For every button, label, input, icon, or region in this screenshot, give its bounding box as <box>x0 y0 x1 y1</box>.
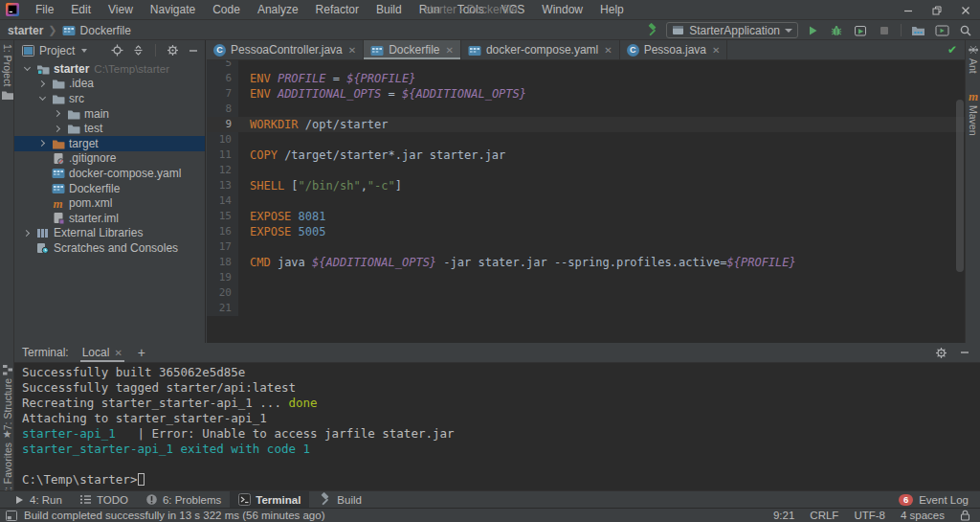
chevron-down-icon[interactable] <box>35 97 50 100</box>
file-encoding[interactable]: UTF-8 <box>854 510 885 521</box>
line-number[interactable]: 21 <box>207 301 238 316</box>
line-number[interactable]: 20 <box>207 285 238 301</box>
line-number[interactable]: 11 <box>207 148 238 163</box>
menu-navigate[interactable]: Navigate <box>142 0 204 19</box>
project-structure-button[interactable] <box>908 21 927 39</box>
line-number[interactable]: 12 <box>207 163 238 178</box>
lock-icon[interactable] <box>960 510 970 521</box>
close-icon[interactable]: ✕ <box>712 45 720 56</box>
hide-panel-icon[interactable] <box>188 45 199 57</box>
project-panel-title[interactable]: Project <box>39 44 75 57</box>
line-ending[interactable]: CRLF <box>810 510 838 521</box>
code-line-10[interactable]: 10 <box>207 132 965 148</box>
code-line-9[interactable]: 9WORKDIR /opt/starter <box>207 117 965 132</box>
inspection-ok-icon[interactable]: ✔ <box>947 43 957 57</box>
code-line-text[interactable]: COPY /target/starter*.jar starter.jar <box>238 148 965 163</box>
search-everywhere-button[interactable] <box>956 21 975 39</box>
menu-edit[interactable]: Edit <box>62 0 100 19</box>
code-line-20[interactable]: 20 <box>207 285 965 301</box>
close-icon[interactable]: ✕ <box>114 348 122 358</box>
minimize-button[interactable] <box>894 0 923 20</box>
code-line-text[interactable]: EXPOSE 5005 <box>238 224 965 239</box>
line-number[interactable]: 7 <box>207 86 238 102</box>
tool-button-ant[interactable]: Ant <box>966 44 980 74</box>
code-line-12[interactable]: 12 <box>207 163 965 178</box>
terminal-prompt[interactable]: C:\Temp\starter> <box>22 472 980 488</box>
code-line-15[interactable]: 15EXPOSE 8081 <box>207 209 965 224</box>
menu-file[interactable]: File <box>27 0 62 19</box>
line-number[interactable]: 16 <box>207 224 238 239</box>
tree-item-main[interactable]: main <box>14 106 205 122</box>
chevron-right-icon[interactable] <box>20 231 34 236</box>
tree-item-pom-xml[interactable]: mpom.xml <box>14 195 205 211</box>
close-button[interactable] <box>951 0 980 20</box>
tree-item-external-libraries[interactable]: External Libraries <box>14 226 205 241</box>
tree-item-dockerfile[interactable]: Dockerfile <box>14 181 205 196</box>
menu-build[interactable]: Build <box>368 0 411 19</box>
code-line-6[interactable]: 6ENV PROFILE = ${PROFILE} <box>207 71 965 86</box>
collapse-all-icon[interactable] <box>132 44 145 57</box>
code-line-text[interactable]: ENV PROFILE = ${PROFILE} <box>238 71 965 86</box>
code-line-11[interactable]: 11COPY /target/starter*.jar starter.jar <box>207 148 965 163</box>
line-number[interactable]: 14 <box>207 193 238 209</box>
code-line-16[interactable]: 16EXPOSE 5005 <box>207 224 965 239</box>
run-anything-button[interactable] <box>932 21 951 39</box>
menu-help[interactable]: Help <box>591 0 633 19</box>
code-line-text[interactable] <box>238 102 965 117</box>
line-number[interactable]: 8 <box>207 102 238 117</box>
caret-position[interactable]: 9:21 <box>773 510 794 521</box>
code-line-8[interactable]: 8 <box>207 102 965 117</box>
tree-item-scratches-and-consoles[interactable]: Scratches and Consoles <box>14 240 205 256</box>
tab-pessoacontroller-java[interactable]: CPessoaController.java✕ <box>207 40 364 59</box>
line-number[interactable]: 15 <box>207 209 238 224</box>
tree-item-starter[interactable]: starterC:\Temp\starter <box>14 61 205 77</box>
run-configuration-select[interactable]: StarterApplication <box>666 22 798 38</box>
line-number[interactable]: 6 <box>207 71 238 86</box>
menu-code[interactable]: Code <box>204 0 249 19</box>
code-line-text[interactable] <box>238 132 965 148</box>
code-line-text[interactable] <box>238 193 965 209</box>
menu-analyze[interactable]: Analyze <box>249 0 307 19</box>
code-line-14[interactable]: 14 <box>207 193 965 209</box>
code-line-13[interactable]: 13SHELL ["/bin/sh","-c"] <box>207 178 965 193</box>
tool-window-button-terminal[interactable]: Terminal <box>230 491 309 508</box>
gear-icon[interactable] <box>935 347 947 359</box>
line-number[interactable]: 19 <box>207 270 238 285</box>
close-icon[interactable]: ✕ <box>604 45 612 56</box>
code-line-text[interactable]: CMD java ${ADDITIONAL_OPTS} -jar stater.… <box>238 255 965 270</box>
tab-pessoa-java[interactable]: CPessoa.java✕ <box>620 40 728 59</box>
code-line-text[interactable]: WORKDIR /opt/starter <box>238 117 965 132</box>
new-session-button[interactable]: + <box>138 345 145 360</box>
indent-setting[interactable]: 4 spaces <box>901 510 945 521</box>
editor-scrollbar[interactable] <box>956 100 964 272</box>
tool-window-button-todo[interactable]: TODO <box>71 491 137 508</box>
code-line-text[interactable] <box>238 270 965 285</box>
stop-button[interactable] <box>875 21 894 39</box>
line-number[interactable]: 5 <box>207 60 238 71</box>
code-line-text[interactable] <box>238 239 965 255</box>
tool-button-structure[interactable]: 7: Structure <box>0 364 14 430</box>
terminal-console[interactable]: Successfully built 365062e5d85eSuccessfu… <box>14 363 980 488</box>
tool-window-button-build[interactable]: Build <box>309 491 370 508</box>
restore-button[interactable] <box>923 0 951 20</box>
locate-file-icon[interactable] <box>111 44 123 57</box>
tool-window-button-4-run[interactable]: 4: Run <box>5 491 71 508</box>
chevron-right-icon[interactable] <box>35 141 50 146</box>
chevron-right-icon[interactable] <box>35 81 50 86</box>
code-line-text[interactable]: EXPOSE 8081 <box>238 209 965 224</box>
code-line-19[interactable]: 19 <box>207 270 965 285</box>
line-number[interactable]: 9 <box>207 117 238 132</box>
chevron-right-icon[interactable] <box>51 126 65 131</box>
editor-body[interactable]: 56ENV PROFILE = ${PROFILE}7ENV ADDITIONA… <box>207 60 965 343</box>
code-line-text[interactable]: SHELL ["/bin/sh","-c"] <box>238 178 965 193</box>
event-log-button[interactable]: 6 Event Log <box>899 494 980 506</box>
tree-item-idea[interactable]: .idea <box>14 77 205 92</box>
code-line-text[interactable] <box>238 60 965 71</box>
tool-button-maven[interactable]: m Maven <box>966 90 980 136</box>
hide-panel-icon[interactable] <box>959 347 970 358</box>
code-line-21[interactable]: 21 <box>207 301 965 316</box>
code-line-18[interactable]: 18CMD java ${ADDITIONAL_OPTS} -jar state… <box>207 255 965 270</box>
breadcrumb-project[interactable]: starter <box>8 24 43 37</box>
gear-icon[interactable] <box>167 44 179 57</box>
chevron-down-icon[interactable] <box>20 67 34 70</box>
